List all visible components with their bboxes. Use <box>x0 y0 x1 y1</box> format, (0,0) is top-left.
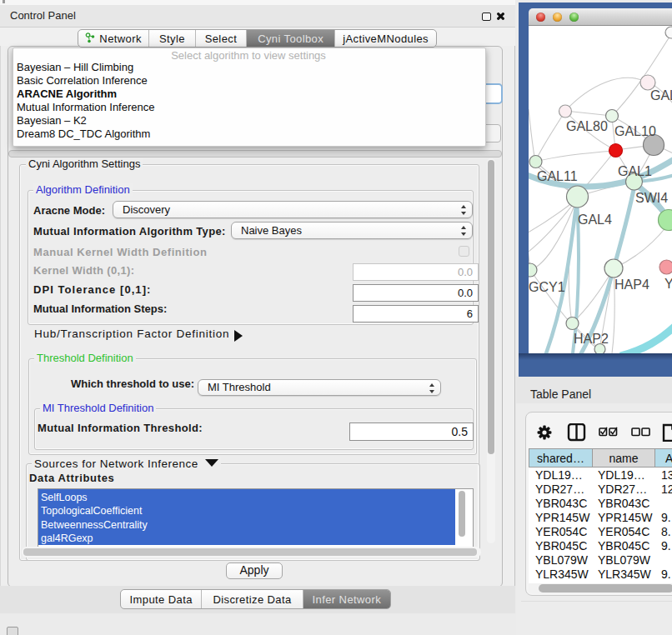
svg-text:GAL11: GAL11 <box>537 169 578 183</box>
svg-text:SWI4: SWI4 <box>635 191 668 205</box>
svg-text:GAL80: GAL80 <box>566 119 608 133</box>
svg-text:GAL4: GAL4 <box>578 212 612 227</box>
svg-text:GAL10: GAL10 <box>614 124 656 138</box>
svg-text:HAP4: HAP4 <box>614 278 649 292</box>
svg-text:Y: Y <box>664 277 672 291</box>
svg-text:GAL7: GAL7 <box>650 88 672 102</box>
svg-text:GAL1: GAL1 <box>618 164 652 178</box>
svg-text:HAP2: HAP2 <box>574 332 609 346</box>
svg-text:GCY1: GCY1 <box>529 280 565 294</box>
